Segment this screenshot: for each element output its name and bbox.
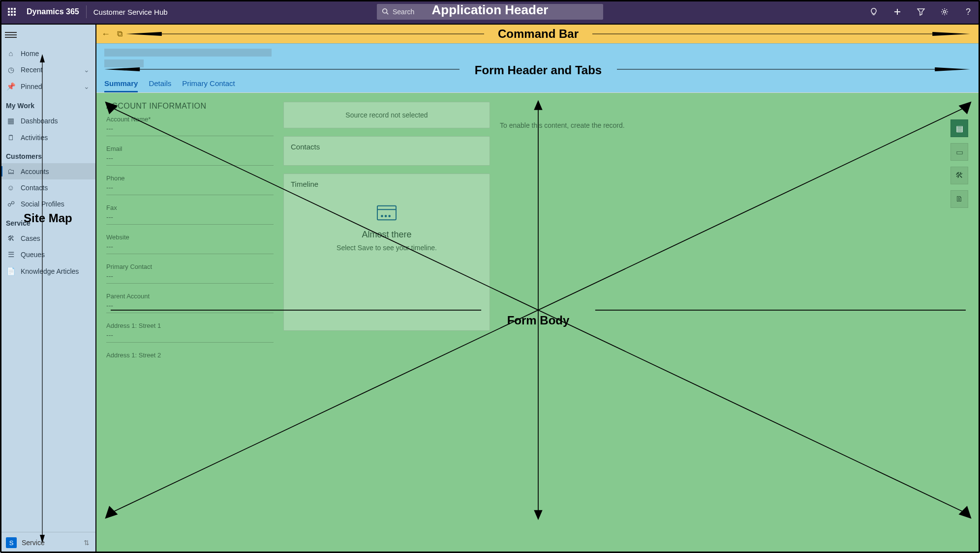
rail-doc-button[interactable]: 🗎 [950,190,968,208]
annotation-form-body: Form Body [507,314,570,327]
sidebar-group-service: Service [0,212,95,230]
field-email[interactable]: Email --- [106,145,274,166]
timeline-heading: Almost there [291,230,483,240]
updown-icon: ⇅ [84,539,90,547]
sidebar-item-activities[interactable]: 🗒 Activities [0,129,95,146]
field-website[interactable]: Website --- [106,233,274,254]
svg-marker-19 [126,32,162,36]
sidebar-item-pinned[interactable]: 📌 Pinned ⌄ [0,78,95,95]
field-address1-street2[interactable]: Address 1: Street 2 [106,351,274,359]
area-badge: S [6,537,17,548]
timeline-card: Timeline Almost there Select Save to see… [283,174,490,331]
field-label: Parent Account [106,292,274,300]
lightbulb-icon[interactable] [862,0,886,24]
field-value: --- [106,154,274,166]
annotation-arrow [617,66,970,72]
sidebar-item-contacts[interactable]: ☺ Contacts [0,179,95,196]
popout-button[interactable]: ⧉ [117,29,122,38]
svg-point-28 [381,215,383,217]
svg-point-14 [944,11,946,13]
plus-icon[interactable] [886,0,909,24]
source-record-card: Source record not selected [283,102,490,128]
field-value: --- [106,184,274,195]
field-label: Address 1: Street 2 [106,351,274,359]
tab-label: Details [149,79,171,87]
search-input[interactable] [393,8,598,16]
svg-rect-4 [11,11,13,13]
tab-label: Summary [104,79,138,87]
brand-label[interactable]: Dynamics 365 [24,5,87,18]
sidebar-item-accounts[interactable]: 🗂 Accounts [0,163,95,179]
card-title: Timeline [291,180,483,188]
recent-icon: ◷ [6,65,16,74]
svg-point-29 [385,215,387,217]
sidebar-item-cases[interactable]: 🛠 Cases [0,230,95,246]
queues-icon: ☰ [6,250,16,259]
account-info-section: ACCOUNT INFORMATION Account Name* --- Em… [106,102,274,544]
cases-icon: 🛠 [6,234,16,242]
field-parent-account[interactable]: Parent Account --- [106,292,274,313]
sidebar-item-recent[interactable]: ◷ Recent ⌄ [0,61,95,78]
sidebar-item-knowledge[interactable]: 📄 Knowledge Articles [0,263,95,280]
skeleton-title [104,49,272,57]
form-body-region: ACCOUNT INFORMATION Account Name* --- Em… [96,92,980,553]
rail-assistant-button[interactable]: ▤ [950,119,968,137]
tab-summary[interactable]: Summary [104,76,138,92]
tab-details[interactable]: Details [149,76,171,92]
gear-icon[interactable] [933,0,956,24]
field-phone[interactable]: Phone --- [106,175,274,195]
sidebar-item-label: Home [21,50,39,58]
svg-marker-23 [104,67,140,71]
global-search[interactable] [377,4,603,20]
section-heading: ACCOUNT INFORMATION [106,102,274,111]
hamburger-icon[interactable] [5,30,17,39]
chevron-down-icon: ⌄ [84,66,90,74]
card-message: Source record not selected [345,111,428,119]
sidebar-item-dashboards[interactable]: ▦ Dashboards [0,113,95,129]
pin-icon: 📌 [6,82,16,91]
svg-marker-16 [40,54,45,62]
application-header: Dynamics 365 Customer Service Hub ? Appl… [0,0,980,24]
svg-marker-25 [935,67,970,71]
svg-rect-7 [11,14,13,16]
field-label: Website [106,233,274,241]
rail-panel-button[interactable]: ▭ [950,143,968,161]
middle-column: Source record not selected Contacts Time… [283,102,490,544]
help-icon[interactable]: ? [956,0,980,24]
svg-line-10 [387,12,389,14]
field-primary-contact[interactable]: Primary Contact --- [106,263,274,284]
sidebar-item-home[interactable]: ⌂ Home [0,45,95,61]
field-value: --- [106,125,274,136]
sidebar-group-mywork: My Work [0,95,95,113]
filter-icon[interactable] [909,0,933,24]
field-value: --- [106,213,274,225]
sidebar-item-social[interactable]: ☍ Social Profiles [0,196,95,212]
tab-primary-contact[interactable]: Primary Contact [182,76,235,92]
field-label: Address 1: Street 1 [106,322,274,329]
field-account-name[interactable]: Account Name* --- [106,116,274,136]
command-bar: ← ⧉ Command Bar [96,25,980,43]
field-address1-street1[interactable]: Address 1: Street 1 --- [106,322,274,343]
home-icon: ⌂ [6,49,16,58]
field-value: --- [106,272,274,284]
sidebar-item-label: Cases [21,234,40,242]
sidebar-area-switcher[interactable]: S Service ⇅ [0,532,95,553]
annotation-form-header: Form Header and Tabs [475,63,602,77]
annotation-command-bar: Command Bar [498,27,579,41]
field-label: Email [106,145,274,152]
sidebar-item-queues[interactable]: ☰ Queues [0,246,95,263]
field-label: Account Name* [106,116,274,123]
rail-tools-button[interactable]: 🛠 [950,167,968,184]
svg-rect-2 [14,8,16,10]
back-button[interactable]: ← [101,29,110,39]
app-name[interactable]: Customer Service Hub [87,8,175,16]
annotation-arrow [126,31,484,37]
annotation-arrow [592,31,970,37]
svg-rect-8 [14,14,16,16]
tab-label: Primary Contact [182,79,235,87]
card-title: Contacts [291,143,483,151]
annotation-arrow [104,66,459,72]
field-fax[interactable]: Fax --- [106,204,274,225]
waffle-icon[interactable] [0,0,24,24]
contacts-card[interactable]: Contacts [283,136,490,166]
